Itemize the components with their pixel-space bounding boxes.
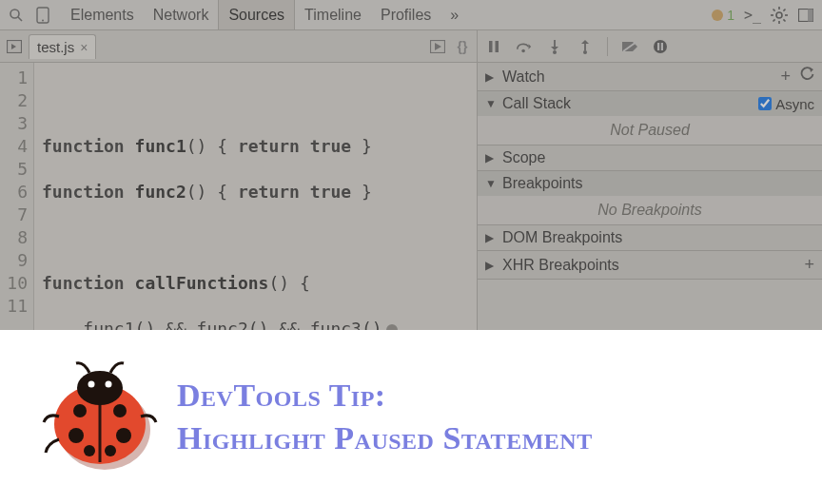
svg-point-40 <box>106 380 112 387</box>
disclosure-triangle-icon: ▼ <box>485 177 497 190</box>
dom-breakpoints-section: ▶ DOM Breakpoints <box>478 225 822 251</box>
line-number: 8 <box>0 226 28 249</box>
svg-point-31 <box>654 40 667 53</box>
svg-line-12 <box>783 9 785 10</box>
svg-point-22 <box>521 48 525 52</box>
callstack-label: Call Stack <box>502 95 753 112</box>
line-number: 11 <box>0 295 28 318</box>
svg-point-25 <box>553 50 557 54</box>
pause-on-exceptions-icon[interactable] <box>652 38 669 55</box>
svg-marker-21 <box>529 44 532 48</box>
debugger-toolbar <box>478 30 822 62</box>
watch-section: ▶ Watch + <box>478 63 822 91</box>
svg-point-38 <box>77 371 123 405</box>
sources-subtoolbar: test.js × {} <box>0 30 822 63</box>
tip-text: DevTools Tip: Highlight Paused Statement <box>177 375 593 458</box>
ladybug-icon <box>38 356 162 479</box>
breakpoints-section: ▼ Breakpoints No Breakpoints <box>478 171 822 225</box>
scope-header[interactable]: ▶ Scope <box>478 145 822 170</box>
callstack-body: Not Paused <box>478 116 822 145</box>
line-number: 7 <box>0 204 28 226</box>
settings-gear-icon[interactable] <box>771 7 788 24</box>
file-tab-label: test.js <box>37 39 74 55</box>
disclosure-triangle-icon: ▶ <box>485 70 497 84</box>
pretty-print-icon[interactable]: {} <box>454 38 471 55</box>
line-number: 6 <box>0 181 28 204</box>
tip-banner: DevTools Tip: Highlight Paused Statement <box>0 330 822 504</box>
code-editor[interactable]: 1 2 3 4 5 6 7 8 9 10 11 function func1()… <box>0 63 478 330</box>
device-icon[interactable] <box>34 7 51 24</box>
async-label: Async <box>775 96 814 112</box>
console-drawer-icon[interactable]: >_ <box>744 7 761 24</box>
dom-breakpoints-header[interactable]: ▶ DOM Breakpoints <box>478 225 822 250</box>
panel-overflow-button[interactable]: » <box>440 0 468 29</box>
tip-line-2: Highlight Paused Statement <box>177 417 593 459</box>
code-content: function func1() { return true } functio… <box>34 63 421 330</box>
refresh-icon[interactable] <box>800 67 814 87</box>
svg-point-43 <box>68 428 84 443</box>
error-count-badge[interactable]: 1 <box>712 8 734 23</box>
debugger-sidebar: ▶ Watch + ▼ Call Stack Asyn <box>478 63 822 330</box>
async-checkbox-input[interactable] <box>758 97 772 110</box>
file-tab-test-js[interactable]: test.js × <box>29 34 96 59</box>
svg-point-41 <box>73 404 87 417</box>
svg-rect-20 <box>496 41 499 52</box>
step-into-icon[interactable] <box>546 38 563 55</box>
svg-point-42 <box>113 404 127 417</box>
svg-rect-14 <box>808 9 813 21</box>
error-count-value: 1 <box>727 8 734 23</box>
svg-line-11 <box>773 19 775 21</box>
navigator-toggle-icon[interactable] <box>6 38 23 55</box>
line-number: 5 <box>0 158 28 181</box>
run-snippet-icon[interactable] <box>429 38 446 55</box>
watch-label: Watch <box>502 68 774 86</box>
panel-tab-timeline[interactable]: Timeline <box>295 0 371 29</box>
add-xhr-breakpoint-icon[interactable]: + <box>804 255 814 275</box>
step-out-icon[interactable] <box>577 38 594 55</box>
breakpoints-header[interactable]: ▼ Breakpoints <box>478 171 822 196</box>
svg-marker-27 <box>581 40 589 44</box>
disclosure-triangle-icon: ▶ <box>485 231 497 244</box>
callstack-section: ▼ Call Stack Async Not Paused <box>478 91 822 145</box>
svg-point-46 <box>105 445 116 456</box>
svg-point-3 <box>42 19 44 21</box>
line-number: 1 <box>0 67 28 89</box>
breakpoints-body: No Breakpoints <box>478 196 822 224</box>
close-icon[interactable]: × <box>80 40 88 55</box>
scope-label: Scope <box>502 149 814 166</box>
panel-tab-profiles[interactable]: Profiles <box>371 0 440 29</box>
panel-tab-sources[interactable]: Sources <box>218 0 295 29</box>
panel-tab-elements[interactable]: Elements <box>61 0 144 29</box>
svg-point-44 <box>116 428 131 443</box>
disclosure-triangle-icon: ▶ <box>485 259 497 272</box>
line-number: 9 <box>0 249 28 272</box>
editor-tabstrip: test.js × {} <box>0 30 478 62</box>
watch-header[interactable]: ▶ Watch + <box>478 63 822 90</box>
deactivate-breakpoints-icon[interactable] <box>621 38 638 55</box>
scope-section: ▶ Scope <box>478 145 822 171</box>
pause-icon[interactable] <box>485 38 502 55</box>
line-number: 3 <box>0 112 28 135</box>
add-watch-icon[interactable]: + <box>780 67 791 87</box>
sources-main-split: 1 2 3 4 5 6 7 8 9 10 11 function func1()… <box>0 63 822 330</box>
svg-rect-32 <box>657 43 659 50</box>
search-icon[interactable] <box>8 7 25 24</box>
panel-tab-network[interactable]: Network <box>144 0 219 29</box>
svg-line-1 <box>18 17 22 21</box>
line-number: 2 <box>0 89 28 112</box>
dock-side-icon[interactable] <box>797 7 814 24</box>
async-checkbox[interactable]: Async <box>758 96 814 112</box>
svg-point-28 <box>583 50 587 54</box>
svg-point-0 <box>10 10 19 18</box>
xhr-breakpoints-label: XHR Breakpoints <box>502 257 798 274</box>
xhr-breakpoints-header[interactable]: ▶ XHR Breakpoints + <box>478 251 822 279</box>
line-number: 10 <box>0 272 28 295</box>
svg-rect-33 <box>661 43 663 50</box>
callstack-header[interactable]: ▼ Call Stack Async <box>478 91 822 116</box>
step-over-icon[interactable] <box>516 38 533 55</box>
line-number: 4 <box>0 135 28 158</box>
svg-rect-19 <box>489 41 493 52</box>
xhr-breakpoints-section: ▶ XHR Breakpoints + <box>478 251 822 280</box>
warning-dot-icon <box>712 10 723 21</box>
devtools-window: Elements Network Sources Timeline Profil… <box>0 0 822 330</box>
